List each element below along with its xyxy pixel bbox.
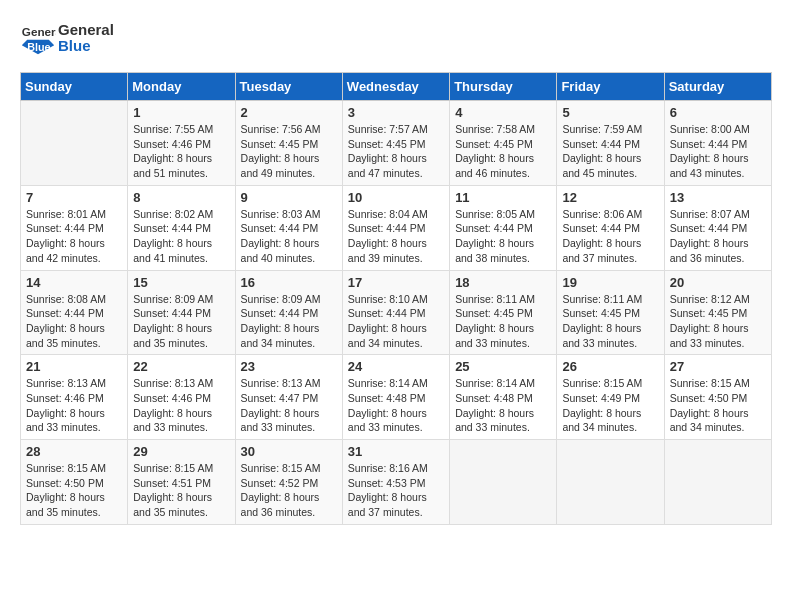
calendar-cell: 25Sunrise: 8:14 AMSunset: 4:48 PMDayligh… [450, 355, 557, 440]
day-number: 31 [348, 444, 444, 459]
calendar-cell: 29Sunrise: 8:15 AMSunset: 4:51 PMDayligh… [128, 440, 235, 525]
calendar-week-row: 21Sunrise: 8:13 AMSunset: 4:46 PMDayligh… [21, 355, 772, 440]
day-number: 20 [670, 275, 766, 290]
day-number: 28 [26, 444, 122, 459]
calendar-cell: 9Sunrise: 8:03 AMSunset: 4:44 PMDaylight… [235, 185, 342, 270]
day-detail: Sunrise: 8:01 AMSunset: 4:44 PMDaylight:… [26, 207, 122, 266]
calendar-cell: 26Sunrise: 8:15 AMSunset: 4:49 PMDayligh… [557, 355, 664, 440]
calendar-cell: 10Sunrise: 8:04 AMSunset: 4:44 PMDayligh… [342, 185, 449, 270]
calendar-cell [21, 101, 128, 186]
day-detail: Sunrise: 8:05 AMSunset: 4:44 PMDaylight:… [455, 207, 551, 266]
calendar-header-row: Sunday Monday Tuesday Wednesday Thursday… [21, 73, 772, 101]
day-detail: Sunrise: 8:13 AMSunset: 4:47 PMDaylight:… [241, 376, 337, 435]
day-number: 10 [348, 190, 444, 205]
day-number: 15 [133, 275, 229, 290]
calendar-cell: 6Sunrise: 8:00 AMSunset: 4:44 PMDaylight… [664, 101, 771, 186]
day-detail: Sunrise: 8:09 AMSunset: 4:44 PMDaylight:… [133, 292, 229, 351]
day-number: 21 [26, 359, 122, 374]
calendar-cell: 20Sunrise: 8:12 AMSunset: 4:45 PMDayligh… [664, 270, 771, 355]
calendar-cell: 31Sunrise: 8:16 AMSunset: 4:53 PMDayligh… [342, 440, 449, 525]
calendar-cell [664, 440, 771, 525]
calendar-cell: 8Sunrise: 8:02 AMSunset: 4:44 PMDaylight… [128, 185, 235, 270]
svg-text:Blue: Blue [27, 41, 50, 53]
day-detail: Sunrise: 8:08 AMSunset: 4:44 PMDaylight:… [26, 292, 122, 351]
day-detail: Sunrise: 7:56 AMSunset: 4:45 PMDaylight:… [241, 122, 337, 181]
day-detail: Sunrise: 7:55 AMSunset: 4:46 PMDaylight:… [133, 122, 229, 181]
day-number: 24 [348, 359, 444, 374]
calendar-cell: 2Sunrise: 7:56 AMSunset: 4:45 PMDaylight… [235, 101, 342, 186]
day-detail: Sunrise: 8:16 AMSunset: 4:53 PMDaylight:… [348, 461, 444, 520]
day-number: 16 [241, 275, 337, 290]
day-number: 7 [26, 190, 122, 205]
calendar-cell: 7Sunrise: 8:01 AMSunset: 4:44 PMDaylight… [21, 185, 128, 270]
day-detail: Sunrise: 8:14 AMSunset: 4:48 PMDaylight:… [348, 376, 444, 435]
col-wednesday: Wednesday [342, 73, 449, 101]
calendar-week-row: 7Sunrise: 8:01 AMSunset: 4:44 PMDaylight… [21, 185, 772, 270]
day-detail: Sunrise: 8:02 AMSunset: 4:44 PMDaylight:… [133, 207, 229, 266]
day-detail: Sunrise: 8:13 AMSunset: 4:46 PMDaylight:… [133, 376, 229, 435]
day-detail: Sunrise: 8:11 AMSunset: 4:45 PMDaylight:… [562, 292, 658, 351]
day-detail: Sunrise: 8:10 AMSunset: 4:44 PMDaylight:… [348, 292, 444, 351]
day-number: 5 [562, 105, 658, 120]
calendar-table: Sunday Monday Tuesday Wednesday Thursday… [20, 72, 772, 525]
day-detail: Sunrise: 8:12 AMSunset: 4:45 PMDaylight:… [670, 292, 766, 351]
calendar-cell: 19Sunrise: 8:11 AMSunset: 4:45 PMDayligh… [557, 270, 664, 355]
calendar-cell: 1Sunrise: 7:55 AMSunset: 4:46 PMDaylight… [128, 101, 235, 186]
day-detail: Sunrise: 8:06 AMSunset: 4:44 PMDaylight:… [562, 207, 658, 266]
day-number: 1 [133, 105, 229, 120]
calendar-cell: 22Sunrise: 8:13 AMSunset: 4:46 PMDayligh… [128, 355, 235, 440]
day-detail: Sunrise: 8:03 AMSunset: 4:44 PMDaylight:… [241, 207, 337, 266]
day-detail: Sunrise: 8:15 AMSunset: 4:50 PMDaylight:… [26, 461, 122, 520]
day-number: 6 [670, 105, 766, 120]
calendar-week-row: 28Sunrise: 8:15 AMSunset: 4:50 PMDayligh… [21, 440, 772, 525]
svg-text:General: General [22, 25, 56, 38]
day-number: 23 [241, 359, 337, 374]
day-number: 11 [455, 190, 551, 205]
day-number: 14 [26, 275, 122, 290]
calendar-cell: 4Sunrise: 7:58 AMSunset: 4:45 PMDaylight… [450, 101, 557, 186]
col-friday: Friday [557, 73, 664, 101]
day-detail: Sunrise: 8:14 AMSunset: 4:48 PMDaylight:… [455, 376, 551, 435]
calendar-cell: 21Sunrise: 8:13 AMSunset: 4:46 PMDayligh… [21, 355, 128, 440]
day-number: 22 [133, 359, 229, 374]
day-number: 8 [133, 190, 229, 205]
day-number: 30 [241, 444, 337, 459]
day-number: 27 [670, 359, 766, 374]
calendar-cell: 13Sunrise: 8:07 AMSunset: 4:44 PMDayligh… [664, 185, 771, 270]
day-detail: Sunrise: 8:07 AMSunset: 4:44 PMDaylight:… [670, 207, 766, 266]
page-header: General Blue General Blue [20, 20, 772, 56]
day-number: 26 [562, 359, 658, 374]
day-detail: Sunrise: 8:15 AMSunset: 4:50 PMDaylight:… [670, 376, 766, 435]
day-detail: Sunrise: 8:04 AMSunset: 4:44 PMDaylight:… [348, 207, 444, 266]
calendar-cell: 15Sunrise: 8:09 AMSunset: 4:44 PMDayligh… [128, 270, 235, 355]
calendar-cell: 16Sunrise: 8:09 AMSunset: 4:44 PMDayligh… [235, 270, 342, 355]
calendar-cell: 5Sunrise: 7:59 AMSunset: 4:44 PMDaylight… [557, 101, 664, 186]
calendar-cell: 11Sunrise: 8:05 AMSunset: 4:44 PMDayligh… [450, 185, 557, 270]
day-number: 29 [133, 444, 229, 459]
calendar-cell: 14Sunrise: 8:08 AMSunset: 4:44 PMDayligh… [21, 270, 128, 355]
logo: General Blue General Blue [20, 20, 114, 56]
calendar-cell: 17Sunrise: 8:10 AMSunset: 4:44 PMDayligh… [342, 270, 449, 355]
day-detail: Sunrise: 8:00 AMSunset: 4:44 PMDaylight:… [670, 122, 766, 181]
calendar-cell: 28Sunrise: 8:15 AMSunset: 4:50 PMDayligh… [21, 440, 128, 525]
calendar-cell: 18Sunrise: 8:11 AMSunset: 4:45 PMDayligh… [450, 270, 557, 355]
day-number: 4 [455, 105, 551, 120]
day-number: 13 [670, 190, 766, 205]
col-tuesday: Tuesday [235, 73, 342, 101]
day-number: 12 [562, 190, 658, 205]
calendar-week-row: 14Sunrise: 8:08 AMSunset: 4:44 PMDayligh… [21, 270, 772, 355]
day-detail: Sunrise: 8:15 AMSunset: 4:49 PMDaylight:… [562, 376, 658, 435]
day-number: 19 [562, 275, 658, 290]
day-detail: Sunrise: 8:15 AMSunset: 4:52 PMDaylight:… [241, 461, 337, 520]
day-detail: Sunrise: 8:11 AMSunset: 4:45 PMDaylight:… [455, 292, 551, 351]
day-detail: Sunrise: 8:09 AMSunset: 4:44 PMDaylight:… [241, 292, 337, 351]
day-number: 2 [241, 105, 337, 120]
calendar-week-row: 1Sunrise: 7:55 AMSunset: 4:46 PMDaylight… [21, 101, 772, 186]
calendar-cell: 27Sunrise: 8:15 AMSunset: 4:50 PMDayligh… [664, 355, 771, 440]
calendar-cell: 24Sunrise: 8:14 AMSunset: 4:48 PMDayligh… [342, 355, 449, 440]
calendar-cell: 3Sunrise: 7:57 AMSunset: 4:45 PMDaylight… [342, 101, 449, 186]
day-detail: Sunrise: 8:13 AMSunset: 4:46 PMDaylight:… [26, 376, 122, 435]
logo-icon: General Blue [20, 20, 56, 56]
day-detail: Sunrise: 7:58 AMSunset: 4:45 PMDaylight:… [455, 122, 551, 181]
day-detail: Sunrise: 8:15 AMSunset: 4:51 PMDaylight:… [133, 461, 229, 520]
